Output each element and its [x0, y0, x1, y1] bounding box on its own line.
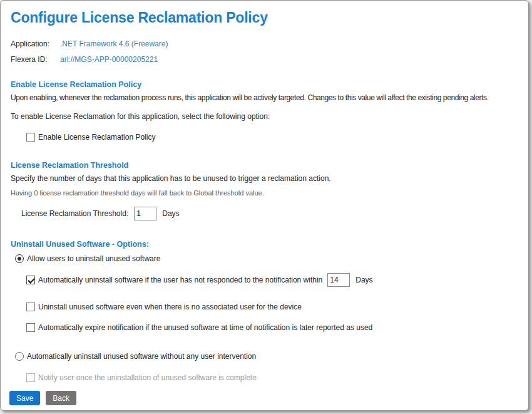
notify-user-checkbox-label: Notify user once the uninstallation of u…: [38, 372, 257, 383]
enable-policy-description: Upon enabling, whenever the reclamation …: [11, 93, 524, 103]
threshold-days-input[interactable]: [134, 207, 156, 220]
expire-notification-checkbox-row: Automatically expire notification if the…: [26, 322, 524, 333]
expire-notification-checkbox-label: Automatically expire notification if the…: [38, 322, 372, 333]
action-buttons: Save Back: [9, 391, 524, 405]
auto-no-intervention-radio-row: Automatically uninstall unused software …: [15, 351, 524, 362]
auto-no-intervention-radio-label: Automatically uninstall unused software …: [27, 351, 256, 362]
threshold-note: Having 0 license reclamation threshold d…: [11, 188, 524, 198]
back-button[interactable]: Back: [46, 391, 76, 405]
flexera-id-value: arl://MGS-APP-00000205221: [60, 54, 158, 66]
threshold-days-unit: Days: [162, 209, 179, 218]
application-label: Application:: [11, 38, 60, 50]
auto-uninstall-checkbox-row: Automatically uninstall software if the …: [26, 273, 524, 287]
enable-policy-checkbox[interactable]: [26, 133, 35, 142]
enable-policy-checkbox-label: Enable License Reclamation Policy: [38, 132, 155, 143]
allow-users-radio-row: Allow users to uninstall unused software: [15, 253, 524, 264]
threshold-heading: License Reclamation Threshold: [11, 160, 524, 171]
flexera-id-label: Flexera ID:: [11, 54, 60, 66]
threshold-field-label: License Reclamation Threshold:: [21, 209, 128, 218]
application-value: .NET Framework 4.6 (Freeware): [60, 38, 168, 50]
allow-users-radio-label: Allow users to uninstall unused software: [27, 253, 160, 264]
auto-uninstall-days-unit: Days: [356, 276, 372, 284]
auto-no-intervention-radio[interactable]: [15, 352, 24, 361]
application-info: Application: .NET Framework 4.6 (Freewar…: [11, 38, 524, 66]
configure-license-reclamation-dialog: Configure License Reclamation Policy App…: [0, 0, 529, 411]
no-user-checkbox-row: Uninstall unused software even when ther…: [26, 301, 524, 313]
auto-uninstall-days-input[interactable]: [327, 273, 350, 287]
threshold-field-row: License Reclamation Threshold: Days: [21, 207, 524, 220]
enable-policy-instruction: To enable License Reclamation for this a…: [11, 111, 524, 122]
save-button[interactable]: Save: [9, 391, 40, 405]
notify-user-checkbox: [26, 373, 35, 382]
application-row: Application: .NET Framework 4.6 (Freewar…: [11, 38, 524, 50]
allow-users-radio[interactable]: [15, 254, 24, 263]
notify-user-checkbox-row: Notify user once the uninstallation of u…: [26, 372, 524, 383]
auto-uninstall-checkbox-label: Automatically uninstall software if the …: [38, 274, 322, 286]
threshold-description: Specify the number of days that this app…: [11, 173, 524, 184]
enable-policy-checkbox-row: Enable License Reclamation Policy: [26, 132, 524, 143]
flexera-id-row: Flexera ID: arl://MGS-APP-00000205221: [11, 54, 524, 66]
no-user-checkbox[interactable]: [26, 303, 35, 311]
no-user-checkbox-label: Uninstall unused software even when ther…: [38, 301, 302, 313]
auto-uninstall-checkbox[interactable]: [26, 276, 35, 284]
enable-policy-heading: Enable License Reclamation Policy: [11, 80, 524, 90]
uninstall-options-heading: Uninstall Unused Software - Options:: [11, 239, 524, 250]
page-title: Configure License Reclamation Policy: [11, 9, 524, 26]
expire-notification-checkbox[interactable]: [26, 323, 35, 332]
